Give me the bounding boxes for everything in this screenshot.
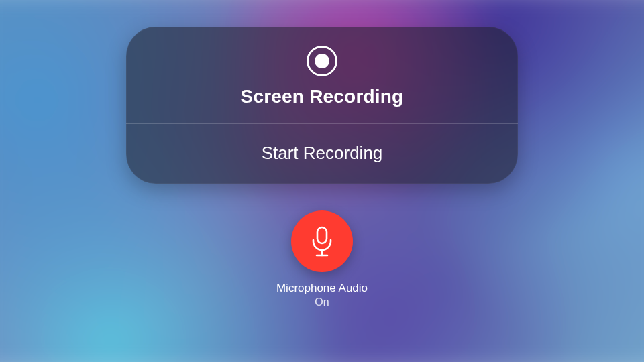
microphone-state: On bbox=[276, 296, 368, 308]
microphone-section: Microphone Audio On bbox=[276, 210, 368, 308]
control-center-overlay: Screen Recording Start Recording Microph… bbox=[0, 0, 644, 362]
microphone-labels: Microphone Audio On bbox=[276, 282, 368, 308]
microphone-icon bbox=[309, 225, 335, 257]
microphone-toggle-button[interactable] bbox=[291, 210, 353, 272]
panel-title: Screen Recording bbox=[241, 86, 404, 107]
start-recording-button[interactable]: Start Recording bbox=[126, 124, 518, 184]
svg-rect-0 bbox=[317, 227, 327, 243]
screen-recording-panel: Screen Recording Start Recording bbox=[126, 27, 518, 184]
microphone-label: Microphone Audio bbox=[276, 282, 368, 295]
record-icon bbox=[307, 46, 337, 76]
record-icon-dot bbox=[315, 54, 329, 68]
panel-header: Screen Recording bbox=[126, 27, 518, 123]
